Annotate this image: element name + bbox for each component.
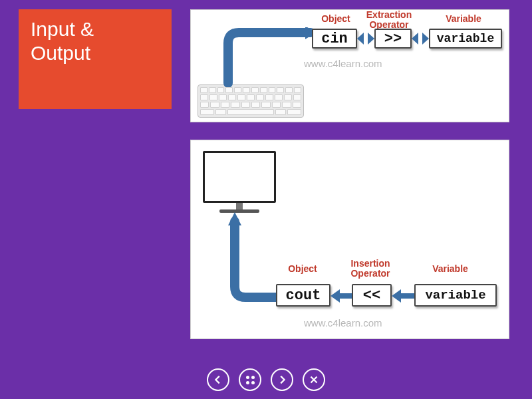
svg-marker-5 bbox=[228, 212, 241, 225]
watermark-bottom: www.c4learn.com bbox=[304, 317, 382, 329]
box-insertion-op: << bbox=[352, 284, 392, 307]
cout-diagram-panel: Object Insertion Operator Variable cout … bbox=[190, 140, 509, 339]
label-extraction-operator: Extraction Operator bbox=[362, 10, 416, 29]
nav-grid-button[interactable] bbox=[239, 368, 261, 391]
label-variable-out: Variable bbox=[424, 264, 477, 274]
arrow-left-icon bbox=[212, 374, 224, 386]
slide-navbar bbox=[0, 368, 532, 391]
watermark-top: www.c4learn.com bbox=[304, 58, 382, 69]
svg-marker-2 bbox=[368, 33, 374, 45]
box-extraction-op: >> bbox=[374, 29, 412, 49]
svg-marker-1 bbox=[357, 33, 364, 45]
cin-diagram-panel: Object Extraction Operator Variable cin … bbox=[190, 9, 509, 122]
monitor-icon bbox=[203, 151, 276, 213]
svg-marker-3 bbox=[412, 33, 418, 45]
label-object-out: Object bbox=[283, 264, 323, 274]
box-variable-out: variable bbox=[414, 284, 497, 307]
title-line2: Output bbox=[31, 42, 90, 64]
flow-arrow-cout-to-monitor bbox=[228, 212, 281, 305]
box-cout: cout bbox=[276, 284, 331, 307]
nav-prev-button[interactable] bbox=[207, 368, 229, 391]
nav-next-button[interactable] bbox=[271, 368, 293, 391]
box-cin: cin bbox=[312, 29, 357, 49]
label-object: Object bbox=[316, 14, 356, 24]
keyboard-icon bbox=[198, 84, 304, 118]
label-insertion-operator: Insertion Operator bbox=[344, 259, 397, 278]
title-line1: Input & bbox=[31, 18, 94, 40]
label-variable: Variable bbox=[437, 14, 490, 24]
svg-marker-4 bbox=[422, 33, 429, 45]
flow-arrow-keyboard-to-cin bbox=[223, 27, 316, 87]
nav-close-button[interactable] bbox=[303, 368, 325, 391]
connector-arrow-1 bbox=[357, 31, 374, 46]
box-variable-in: variable bbox=[429, 29, 502, 49]
arrow-left-2 bbox=[392, 289, 414, 303]
grid-icon bbox=[246, 376, 255, 384]
connector-arrow-2 bbox=[412, 31, 429, 46]
close-icon bbox=[308, 374, 320, 386]
arrow-left-1 bbox=[331, 289, 352, 303]
svg-marker-7 bbox=[331, 289, 340, 303]
arrow-right-icon bbox=[276, 374, 288, 386]
title-card: Input & Output bbox=[19, 9, 172, 109]
svg-marker-9 bbox=[392, 289, 401, 303]
